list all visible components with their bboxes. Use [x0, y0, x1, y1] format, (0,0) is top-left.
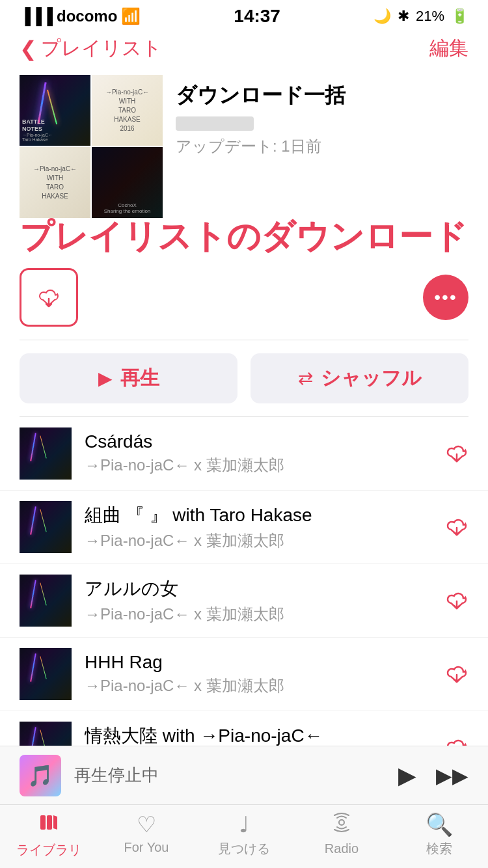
mini-play-button[interactable]: ▶ [398, 762, 416, 789]
track-item: アルルの女 →Pia-no-jaC← x 葉加瀬太郎 [0, 564, 488, 638]
library-icon [38, 811, 60, 839]
album-art-grid: BATTLENOTES →Pia-no-jaC←Taro Hakase →Pia… [20, 75, 163, 218]
tab-search[interactable]: 🔍 検索 [390, 811, 488, 858]
track-title: 情熱大陸 with →Pia-no-jaC← [85, 724, 432, 748]
mini-skip-button[interactable]: ▶▶ [436, 763, 468, 788]
more-options-button[interactable]: ••• [423, 275, 468, 320]
track-thumb-2 [20, 501, 72, 553]
playlist-info: ダウンロード一括 アップデート: 1日前 [176, 75, 468, 157]
shuffle-button[interactable]: ⇄ シャッフル [251, 353, 468, 403]
bluetooth-icon: ✱ [398, 8, 409, 25]
playlist-update: アップデート: 1日前 [176, 136, 468, 157]
search-icon: 🔍 [426, 811, 453, 837]
radio-icon [331, 811, 353, 839]
album-art-2-text: →Pia-no-jaC←WITHTAROHAKASE2016 [100, 83, 154, 139]
tab-search-label: 検索 [426, 840, 452, 858]
signal-bars: ▐▐▐ [20, 7, 53, 25]
track-artist: →Pia-no-jaC← x 葉加瀬太郎 [85, 530, 432, 551]
track-title: 組曲 『 』 with Taro Hakase [85, 503, 432, 528]
track-info-2: 組曲 『 』 with Taro Hakase →Pia-no-jaC← x 葉… [85, 503, 432, 551]
back-label: プレイリスト [41, 35, 162, 62]
tab-foryou-label: For You [124, 840, 169, 855]
battery-icon: 🔋 [451, 8, 468, 25]
album-art-4: CochoXSharing the emotion [92, 147, 163, 218]
back-button[interactable]: ❮ プレイリスト [20, 35, 162, 62]
annotation-overlay: プレイリストのダウンロード [0, 218, 488, 255]
svg-rect-1 [47, 815, 52, 830]
album-art-2: →Pia-no-jaC←WITHTAROHAKASE2016 [92, 75, 163, 146]
track-info-4: HHH Rag →Pia-no-jaC← x 葉加瀬太郎 [85, 652, 432, 696]
shuffle-label: シャッフル [321, 365, 422, 392]
shuffle-icon: ⇄ [298, 368, 313, 389]
track-download-icon[interactable] [445, 442, 468, 465]
track-thumb-3 [20, 575, 72, 627]
mini-player-thumb: 🎵 [20, 755, 61, 796]
chevron-left-icon: ❮ [20, 36, 37, 61]
edit-button[interactable]: 編集 [429, 35, 468, 62]
heart-icon: ♡ [137, 811, 156, 837]
status-icons: 🌙 ✱ 21% 🔋 [373, 8, 468, 25]
annotation-text: プレイリストのダウンロード [20, 218, 468, 255]
music-note-icon: 🎵 [27, 763, 53, 788]
svg-rect-0 [40, 815, 46, 830]
status-bar: ▐▐▐ docomo 📶 14:37 🌙 ✱ 21% 🔋 [0, 0, 488, 29]
carrier-signal: ▐▐▐ docomo 📶 [20, 7, 141, 25]
playlist-title: ダウンロード一括 [176, 81, 468, 110]
more-dots-icon: ••• [434, 287, 457, 308]
track-download-icon[interactable] [445, 515, 468, 539]
music-note-icon: ♩ [239, 811, 249, 837]
svg-point-2 [339, 820, 344, 825]
nav-bar: ❮ プレイリスト 編集 [0, 29, 488, 68]
tab-browse-label: 見つける [218, 840, 270, 858]
cloud-download-icon [37, 286, 61, 309]
track-thumb-4 [20, 648, 72, 700]
mini-player: 🎵 再生停止中 ▶ ▶▶ [0, 746, 488, 804]
track-list: Csárdás →Pia-no-jaC← x 葉加瀬太郎 組曲 『 』 with… [0, 417, 488, 785]
time-display: 14:37 [234, 6, 280, 27]
album-art-3: →Pia-no-jaC←WITHTAROHAKASE [20, 147, 90, 218]
track-title: アルルの女 [85, 576, 432, 601]
track-title: Csárdás [85, 431, 432, 452]
battery-text: 21% [416, 8, 444, 25]
track-info-3: アルルの女 →Pia-no-jaC← x 葉加瀬太郎 [85, 576, 432, 625]
track-item: 組曲 『 』 with Taro Hakase →Pia-no-jaC← x 葉… [0, 491, 488, 564]
carrier-name: docomo [57, 7, 117, 25]
wifi-icon: 📶 [121, 7, 141, 25]
moon-icon: 🌙 [373, 8, 391, 25]
tab-browse[interactable]: ♩ 見つける [195, 811, 293, 858]
action-row: ••• [0, 262, 488, 340]
track-item: Csárdás →Pia-no-jaC← x 葉加瀬太郎 [0, 417, 488, 491]
play-icon: ▶ [98, 368, 113, 389]
tab-radio-label: Radio [325, 841, 359, 856]
playlist-subtitle-placeholder [176, 116, 254, 131]
tab-foryou[interactable]: ♡ For You [98, 811, 195, 855]
mini-player-controls: ▶ ▶▶ [398, 762, 468, 789]
track-info-1: Csárdás →Pia-no-jaC← x 葉加瀬太郎 [85, 431, 432, 476]
track-download-icon[interactable] [445, 662, 468, 686]
track-title: HHH Rag [85, 652, 432, 673]
play-shuffle-row: ▶ 再生 ⇄ シャッフル [0, 340, 488, 416]
play-button[interactable]: ▶ 再生 [20, 353, 237, 403]
play-label: 再生 [120, 365, 159, 392]
track-artist: →Pia-no-jaC← x 葉加瀬太郎 [85, 455, 432, 476]
album-art-3-text: →Pia-no-jaC←WITHTAROHAKASE [28, 159, 82, 206]
mini-player-status: 再生停止中 [74, 764, 385, 787]
download-all-button[interactable] [20, 268, 78, 327]
tab-bar: ライブラリ ♡ For You ♩ 見つける Radio 🔍 検索 [0, 804, 488, 868]
tab-library-label: ライブラリ [16, 841, 81, 859]
track-artist: →Pia-no-jaC← x 葉加瀬太郎 [85, 675, 432, 696]
track-download-icon[interactable] [445, 589, 468, 612]
tab-radio[interactable]: Radio [293, 811, 390, 856]
album-art-1: BATTLENOTES →Pia-no-jaC←Taro Hakase [20, 75, 90, 146]
track-artist: →Pia-no-jaC← x 葉加瀬太郎 [85, 604, 432, 625]
track-thumb-1 [20, 427, 72, 480]
track-item: HHH Rag →Pia-no-jaC← x 葉加瀬太郎 [0, 638, 488, 711]
playlist-header: BATTLENOTES →Pia-no-jaC←Taro Hakase →Pia… [0, 68, 488, 231]
tab-library[interactable]: ライブラリ [0, 811, 98, 859]
